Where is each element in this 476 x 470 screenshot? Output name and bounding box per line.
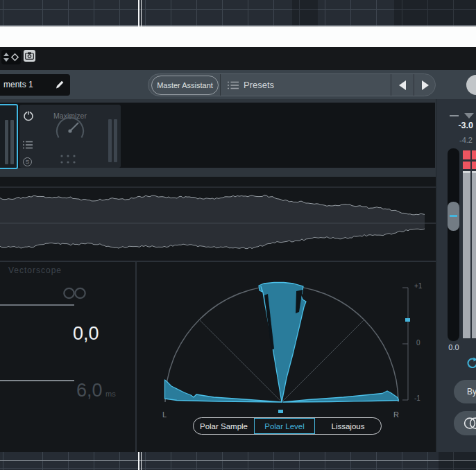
gauge-icon [53,116,87,146]
primary-value[interactable]: 0,0 [73,323,99,345]
segment-name-pill[interactable]: ments 1 [0,74,70,96]
stereo-circles-icon [463,417,476,430]
meter-right [472,150,476,338]
segment-name-label: ments 1 [3,80,33,89]
snapshot-button[interactable] [24,50,35,62]
plugin-titlebar [0,47,476,70]
stereo-mode-button[interactable] [454,411,476,435]
mode-polar-sample-button[interactable]: Polar Sample [194,418,254,434]
daw-white-band [0,26,476,47]
scale-marker [405,318,410,322]
daw-grid-top [0,0,476,26]
mode-label: Lissajous [332,422,365,430]
dropdown-triangle-icon[interactable] [464,113,474,119]
mode-lissajous-button[interactable]: Lissajous [315,418,381,434]
divider [220,74,221,96]
mode-label: Polar Level [264,422,305,430]
meter-fill [472,173,476,338]
edit-pencil-icon[interactable] [55,80,65,89]
polar-level-blob [165,283,399,403]
waveform-display [0,177,436,261]
module-meter-bar [5,120,8,164]
loop-reset-icon[interactable] [465,356,476,370]
level-meters [463,150,476,338]
playhead-cursor[interactable] [138,0,142,26]
module-meter-bar [108,119,112,162]
meter-left [463,150,470,338]
phase-marker [278,410,283,413]
plugin-body: Maximizer S [0,99,476,452]
link-circles-icon[interactable] [61,286,87,300]
thumb-accent-line [450,215,457,217]
module-meter-bar [10,120,14,164]
presets-label[interactable]: Presets [244,80,274,90]
module-list-icon[interactable] [23,141,34,149]
grid-shade [292,0,318,26]
scale-mid-label: 0 [416,339,420,347]
module-chain: Maximizer S [0,103,435,168]
left-arrow-icon [399,80,406,90]
preset-next-button[interactable] [414,74,436,96]
grid-line [0,460,476,461]
meter-scale-line [450,115,459,116]
slider-track[interactable] [0,380,74,381]
grid-line [0,25,476,26]
preset-prev-button[interactable] [391,74,414,96]
meter-clip-segment [463,150,470,159]
gain-slider-track[interactable] [448,148,459,341]
readout-sub: -4.2 [436,136,473,144]
daw-grid-bottom [0,452,476,470]
readout-top[interactable]: -3.0 [436,121,473,130]
playhead-cursor[interactable] [138,452,142,470]
grid-shade [394,0,476,26]
secondary-unit: ms [105,390,116,398]
camera-icon [25,52,34,60]
meter-clip-segment [472,162,476,169]
analyzer-area: 0,0 6,0 ms Vectorscope [0,177,436,452]
meter-fill [463,173,470,338]
maximizer-module-card[interactable]: Maximizer S [19,105,121,168]
vectorscope-mode-group: Polar Sample Polar Level Lissajous [193,417,382,435]
selected-module-card[interactable] [0,104,18,169]
preset-list-icon[interactable] [228,81,239,89]
grid-line [0,468,476,469]
scale-bottom-label: -1 [414,394,420,402]
preset-stepper[interactable] [1,50,21,64]
mode-label: Polar Sample [200,422,248,430]
master-assistant-label: Master Assistant [157,81,213,89]
secondary-value: 6,0 [76,380,103,401]
header-round-button[interactable] [466,75,476,95]
module-meter-bar [114,119,117,162]
meter-clip-segment [472,150,476,159]
drag-handle-dots[interactable] [60,154,76,164]
secondary-value-group[interactable]: 6,0 ms [76,380,116,401]
channel-right-label: R [393,410,399,419]
plugin-header: ments 1 Master Assistant Presets [0,70,476,99]
channel-left-label: L [162,410,167,419]
scale-top-label: +1 [414,282,422,290]
slider-track[interactable] [0,304,74,306]
meter-clip-segment [463,162,470,169]
screen: ments 1 Master Assistant Presets [0,0,476,470]
output-panel: -3.0 -4.2 [436,99,476,452]
master-assistant-button[interactable]: Master Assistant [151,76,219,95]
solo-button[interactable]: S [23,157,32,166]
grid-shade [439,452,476,470]
readout-bottom: 0.0 [442,343,466,351]
solo-label: S [26,159,29,165]
presets-bar: Master Assistant Presets [148,73,436,96]
right-arrow-icon [422,80,429,90]
up-down-arrows-icon[interactable] [3,53,9,62]
bypass-label: Bypass [467,387,476,397]
gain-slider-thumb[interactable] [448,202,459,231]
diamond-icon[interactable] [10,53,19,62]
mode-polar-level-button[interactable]: Polar Level [254,418,315,434]
vectorscope-title: Vectorscope [8,266,62,275]
bypass-button[interactable]: Bypass [454,380,476,403]
